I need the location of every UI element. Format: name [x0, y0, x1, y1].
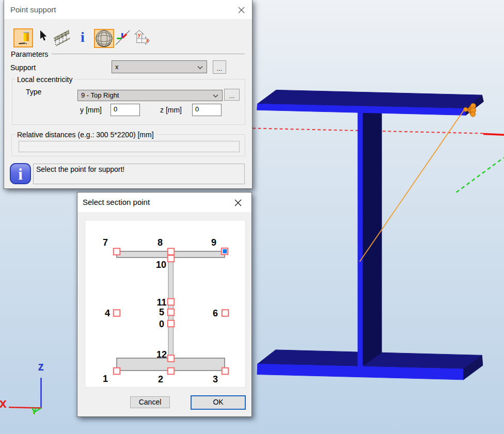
svg-text:3: 3 — [213, 374, 218, 384]
svg-text:i: i — [18, 165, 23, 183]
svg-text:4: 4 — [105, 308, 110, 318]
svg-text:0: 0 — [159, 319, 164, 329]
svg-text:2: 2 — [158, 374, 163, 384]
svg-text:Y: Y — [31, 406, 37, 416]
svg-text:6: 6 — [213, 308, 218, 318]
svg-text:x: x — [0, 395, 7, 411]
svg-text:9: 9 — [211, 237, 216, 248]
svg-text:y: y — [138, 31, 141, 38]
svg-text:8: 8 — [158, 237, 163, 248]
svg-text:12: 12 — [156, 349, 167, 360]
svg-text:10: 10 — [156, 260, 166, 270]
svg-text:1: 1 — [103, 374, 108, 384]
svg-text:7: 7 — [103, 237, 108, 248]
svg-text:z: z — [38, 360, 44, 373]
svg-text:11: 11 — [156, 297, 166, 308]
svg-text:5: 5 — [159, 307, 164, 317]
svg-text:x: x — [146, 37, 149, 43]
